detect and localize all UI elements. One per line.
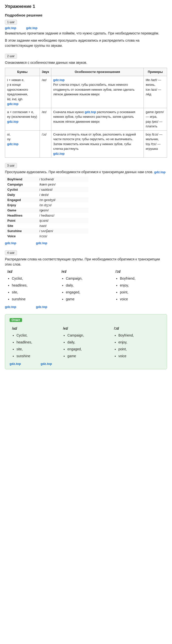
step-1-extra: В этом задании нам необходимо прослушать… (5, 38, 167, 48)
cell-sound-1: /eɪ/ (40, 108, 51, 130)
col-examples: Примеры (144, 68, 167, 76)
trans-word: Game (5, 208, 37, 213)
trans-word: Cyclist (5, 187, 37, 192)
group-col-ai-header: /aɪ/ (7, 270, 57, 274)
cell-sound-2: /ɔɪ/ (40, 130, 51, 158)
watermark-inline-6: gdz.top (53, 152, 65, 156)
step-1-text: Внимательно прочитаем задание и поймём, … (5, 31, 167, 36)
trans-value: /saɪt/ (37, 223, 88, 228)
list-item: site, (12, 289, 57, 296)
cell-letters-0: i + немая e, y в конце односложного пред… (5, 76, 40, 108)
list-item: engaged, (66, 289, 111, 296)
step-2-text: Ознакомимся с особенностями данных нам з… (5, 60, 167, 65)
list-item: site, (16, 346, 58, 352)
group-col-ai: /aɪ/ Cyclist,headlines,site,sunshine (5, 270, 59, 302)
trans-row: Voice/vɔɪs/ (5, 234, 88, 239)
watermark-1: gdz.top (5, 26, 16, 30)
watermark-inline-4: gdz.top (85, 110, 96, 114)
list-item: Campaign, (66, 275, 111, 282)
trans-value: /kæm peɪn/ (37, 182, 88, 187)
cell-letters-1: a + согласная + e, ey (исключение key) g… (5, 108, 40, 130)
group-col-ei-header: /eɪ/ (61, 270, 111, 274)
cell-desc-0: gdz.top Рот слегка открыт, губы расслаби… (51, 76, 144, 108)
list-item: Boyfriend, (118, 332, 160, 339)
groups-row: /aɪ/ Cyclist,headlines,site,sunshine /eɪ… (5, 270, 167, 302)
trans-value: /ɪn ɡeɪdʒd/ (37, 197, 88, 202)
watermark-step3-b2: gdz.top (36, 241, 47, 245)
cell-examples-2: boy /bɔɪ/ — мальчик, toy /tɔɪ/ — игрушка (144, 130, 167, 158)
list-item: Campaign, (67, 332, 109, 339)
answer-col-ei: /eɪ/ Campaign,daily,engaged,game (60, 326, 111, 360)
cell-examples-1: game /geɪm/ — игра, pay /peɪ/ — платить (144, 108, 167, 130)
cell-examples-0: life /laɪf/ — жизнь, ice /aɪs/ — лёд (144, 76, 167, 108)
answer-col-oi-header: /ɔɪ/ (114, 326, 160, 330)
watermark-inline-5: gdz.top (7, 142, 18, 146)
watermark-step3: gdz.top (154, 170, 166, 174)
group-col3-list: Boyfriend,enjoy,point,voice (115, 275, 165, 302)
answer-groups-row: /aɪ/ Cyclist,headlines,site,sunshine /eɪ… (9, 326, 163, 360)
watermark-answer-2: gdz.top (41, 362, 52, 366)
trans-word: Daily (5, 192, 37, 197)
list-item: Cyclist, (16, 332, 58, 339)
trans-word: Site (5, 223, 37, 228)
step-3-block: 3 шаг Прослушаем аудиозапись. При необхо… (5, 163, 167, 245)
list-item: daily, (66, 282, 111, 289)
list-item: enjoy, (118, 339, 160, 346)
step-1-badge: 1 шаг (5, 20, 17, 25)
list-item: headlines, (16, 339, 58, 346)
trans-row: Site/saɪt/ (5, 223, 88, 228)
trans-row: Headlines/ hedlaɪnz/ (5, 213, 88, 218)
trans-value: /ɡeɪm/ (37, 208, 88, 213)
step-2-badge: 2 шаг (5, 54, 17, 59)
list-item: game (67, 352, 109, 360)
sound-table: Буквы Звук Особенности произношения Прим… (5, 68, 167, 158)
step-4-text: Распределим слова на соответствующие гру… (5, 257, 167, 267)
trans-value: / hedlaɪnz/ (37, 213, 88, 218)
step-2-block: 2 шаг Ознакомимся с особенностями данных… (5, 54, 167, 158)
section-header: Подробное решение (5, 13, 167, 17)
list-item: headlines, (12, 282, 57, 289)
page-title: Упражнение 1 (5, 4, 167, 9)
list-item: engaged, (67, 346, 109, 352)
table-row: i + немая e, y в конце односложного пред… (5, 76, 167, 108)
group-col2-list: Campaign,daily,engaged,game (61, 275, 111, 302)
trans-row: Point/pɔɪnt/ (5, 218, 88, 223)
trans-row: Game/ɡeɪm/ (5, 208, 88, 213)
trans-word: Campaign (5, 182, 37, 187)
answer-col3-list: Boyfriend,enjoy,point,voice (114, 332, 160, 360)
trans-row: Enjoy/ɪn dʒɔɪ/ (5, 202, 88, 208)
trans-word: Headlines (5, 213, 37, 218)
step-3-text: Прослушаем аудиозапись. При необходимост… (5, 170, 167, 175)
list-item: point, (118, 346, 160, 352)
answer-col-ei-header: /eɪ/ (63, 326, 109, 330)
trans-row: Boyfriend/ bɔɪfrend/ (5, 177, 88, 182)
trans-word: Point (5, 218, 37, 223)
list-item: voice (118, 352, 160, 360)
trans-value: / bɔɪfrend/ (37, 177, 88, 182)
cell-desc-1: Сначала язык нужно gdz.top расположить у… (51, 108, 144, 130)
answer-label: Ответ (9, 318, 22, 322)
answer-col-oi: /ɔɪ/ Boyfriend,enjoy,point,voice (112, 326, 163, 360)
list-item: sunshine (12, 296, 57, 302)
trans-word: Enjoy (5, 202, 37, 208)
trans-word: Sunshine (5, 228, 37, 234)
cell-desc-2: Сначала оттянуть язык от зубов, располож… (51, 130, 144, 158)
step-4-badge: 4 шаг (5, 250, 17, 255)
list-item: voice (120, 296, 165, 302)
col-sound: Звук (40, 68, 51, 76)
transcription-table: Boyfriend/ bɔɪfrend/Campaign/kæm peɪn/Cy… (5, 177, 88, 239)
groups-section: /aɪ/ Cyclist,headlines,site,sunshine /eɪ… (5, 270, 167, 309)
list-item: Boyfriend, (120, 275, 165, 282)
step-4-block: 4 шаг Распределим слова на соответствующ… (5, 250, 167, 309)
watermark-answer-1: gdz.top (9, 362, 21, 366)
trans-row: Daily/ deɪlɪ/ (5, 192, 88, 197)
cell-letters-2: oi, oy gdz.top (5, 130, 40, 158)
trans-row: Sunshine/ sʌnʃaɪn/ (5, 228, 88, 234)
list-item: daily, (67, 339, 109, 346)
cell-sound-0: /aɪ/ (40, 76, 51, 108)
group-col1-list: Cyclist,headlines,site,sunshine (7, 275, 57, 302)
trans-word: Engaged (5, 197, 37, 202)
trans-word: Voice (5, 234, 37, 239)
answer-col-ai-header: /aɪ/ (12, 326, 58, 330)
col-letters: Буквы (5, 68, 40, 76)
